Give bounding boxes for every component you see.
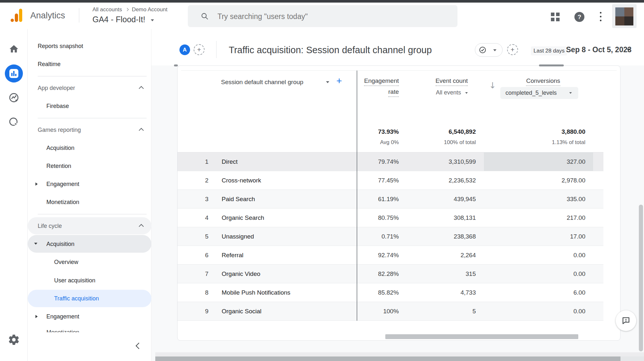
sidebar-section-games-reporting[interactable]: Games reporting xyxy=(38,125,81,134)
channel-cell: Organic Search xyxy=(222,209,264,227)
sidebar-item-games-engagement[interactable]: Engagement xyxy=(46,180,79,189)
breadcrumb-account[interactable]: Demo Account xyxy=(132,6,168,13)
events-cell: 308,131 xyxy=(415,209,476,227)
divider xyxy=(38,214,147,214)
analytics-logo[interactable] xyxy=(11,9,22,22)
col-engagement-rate-line1[interactable]: Engagement xyxy=(318,77,399,86)
search-bar[interactable] xyxy=(188,5,457,27)
divider xyxy=(38,118,147,118)
rail-advertising-button[interactable] xyxy=(8,117,19,128)
col-engagement-rate-line2[interactable]: rate xyxy=(318,88,399,97)
table-top-scrollbar-thumb[interactable] xyxy=(539,64,564,66)
table-row: 2 Cross-network 77.45% 2,236,532 2,978.0… xyxy=(178,171,603,190)
sidebar-item-user-acquisition[interactable]: User acquisition xyxy=(54,276,95,285)
totals-event-note: 100% of total xyxy=(395,139,476,146)
header-divider xyxy=(216,41,216,58)
table-row: 1 Direct 79.74% 3,310,599 327.00 xyxy=(178,152,603,171)
frozen-column-divider xyxy=(357,71,357,321)
check-circle-icon xyxy=(479,46,486,54)
bottom-strip-right xyxy=(620,356,644,361)
row-number: 2 xyxy=(198,171,208,190)
row-number: 9 xyxy=(198,302,208,320)
chevron-right-icon xyxy=(126,8,129,11)
events-cell: 238,368 xyxy=(415,227,476,246)
sidebar-item-games-monetization[interactable]: Monetization xyxy=(46,198,79,207)
conversions-filter-chip[interactable]: completed_5_levels xyxy=(500,87,578,99)
page-vscrollbar-thumb[interactable] xyxy=(639,205,643,351)
sidebar-item-lifecycle-engagement[interactable]: Engagement xyxy=(46,312,79,321)
search-icon xyxy=(201,12,209,20)
sidebar-item-firebase[interactable]: Firebase xyxy=(46,102,69,111)
totals-event-count: 6,540,892 xyxy=(395,128,476,135)
sidebar-item-overview[interactable]: Overview xyxy=(54,258,78,267)
row-number: 8 xyxy=(198,283,208,302)
sidebar-item-traffic-acquisition[interactable]: Traffic acquisition xyxy=(54,294,99,303)
help-button[interactable]: ? xyxy=(574,12,584,22)
sidebar-section-life-cycle[interactable]: Life cycle xyxy=(38,221,62,230)
comparison-chip[interactable]: A xyxy=(179,44,190,55)
row-number: 7 xyxy=(198,265,208,283)
row-number: 6 xyxy=(198,246,208,264)
totals-conversions: 3,880.00 xyxy=(505,128,585,135)
apps-grid-button[interactable] xyxy=(551,13,560,21)
feedback-button[interactable] xyxy=(616,310,636,331)
caret-down-icon xyxy=(493,49,496,51)
events-cell: 3,310,599 xyxy=(415,152,476,171)
logo-dot xyxy=(11,19,14,22)
caret-down-icon[interactable] xyxy=(627,49,630,51)
breadcrumb: All accounts Demo Account xyxy=(92,6,168,13)
add-comparison-button[interactable]: + xyxy=(194,44,205,55)
add-insight-button[interactable]: + xyxy=(507,44,518,55)
rate-cell: 77.45% xyxy=(338,171,399,190)
col-event-count[interactable]: Event count xyxy=(403,77,468,86)
table-row: 9 Organic Social 100% 5 0.00 xyxy=(178,302,603,321)
breadcrumb-account-level[interactable]: All accounts xyxy=(92,6,122,13)
table-row: 7 Organic Video 82.28% 315 0.00 xyxy=(178,265,603,283)
chevron-left-icon xyxy=(136,343,142,349)
totals-engagement-rate: 73.93% xyxy=(318,128,399,135)
sort-descending-icon[interactable]: ↓ xyxy=(489,81,496,90)
rail-reports-button[interactable] xyxy=(5,64,23,83)
property-selector[interactable]: GA4 - Flood-It! xyxy=(92,15,154,24)
sidebar-item-clipped-monetization[interactable]: Monetization xyxy=(46,328,117,332)
top-scrollbar-left-nub[interactable] xyxy=(174,64,178,66)
col-conversions[interactable]: Conversions xyxy=(501,77,585,86)
events-cell: 2,264 xyxy=(415,246,476,264)
rail-admin-button[interactable] xyxy=(8,334,20,346)
channel-cell: Paid Search xyxy=(222,190,255,208)
date-range-selector[interactable]: Sep 8 - Oct 5, 2023 xyxy=(566,45,631,54)
caret-down-icon xyxy=(465,92,468,94)
topbar-divider xyxy=(79,8,79,23)
sidebar-item-reports-snapshot[interactable]: Reports snapshot xyxy=(38,42,83,51)
expander-collapsed-icon[interactable] xyxy=(35,182,38,186)
sidebar-section-app-developer[interactable]: App developer xyxy=(38,83,75,93)
dimension-header[interactable]: Session default channel group xyxy=(221,79,303,86)
rate-cell: 80.75% xyxy=(338,209,399,227)
expander-expanded-icon[interactable] xyxy=(34,243,37,245)
expander-collapsed-icon[interactable] xyxy=(35,315,38,318)
rail-home-button[interactable] xyxy=(9,44,19,54)
table-hscrollbar-thumb[interactable] xyxy=(385,334,578,339)
search-input[interactable] xyxy=(217,5,444,28)
more-options-button[interactable] xyxy=(600,12,602,22)
sidebar-item-realtime[interactable]: Realtime xyxy=(38,60,61,69)
rail-explore-button[interactable] xyxy=(8,92,19,103)
sidebar-item-lifecycle-acquisition[interactable]: Acquisition xyxy=(46,239,74,249)
product-name: Analytics xyxy=(30,11,65,21)
row-number: 1 xyxy=(198,152,208,171)
window-top-strip xyxy=(0,0,644,3)
collapse-sidebar-button[interactable] xyxy=(134,341,144,351)
rate-cell: 79.74% xyxy=(338,152,399,171)
avatar[interactable] xyxy=(615,7,633,25)
channel-cell: Cross-network xyxy=(222,171,261,190)
events-cell: 439,945 xyxy=(415,190,476,208)
sidebar-item-retention[interactable]: Retention xyxy=(46,161,71,171)
sidebar-item-games-acquisition[interactable]: Acquisition xyxy=(46,143,74,152)
events-filter-dropdown[interactable]: All events xyxy=(403,89,468,96)
conversions-cell: 2,978.00 xyxy=(524,171,585,190)
explore-icon xyxy=(8,92,19,103)
events-cell: 315 xyxy=(415,265,476,283)
report-status-pill[interactable] xyxy=(475,43,503,57)
bottom-strip-dark xyxy=(155,356,620,361)
conversions-cell: 17.00 xyxy=(524,227,585,246)
